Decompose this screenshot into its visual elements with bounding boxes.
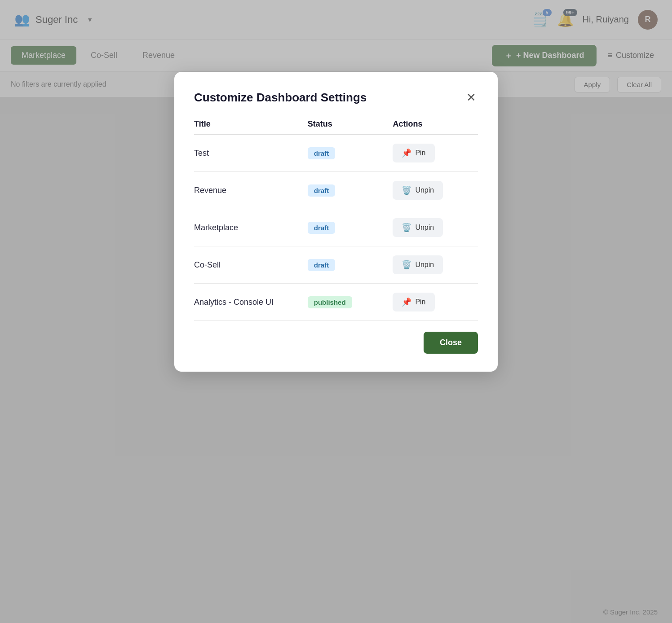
status-badge: draft [308,147,335,159]
pin-button[interactable]: 📌 Pin [393,293,434,312]
action-cell: 📌 Pin [393,144,478,162]
table-row: Revenue draft 🗑️ Unpin [194,172,478,209]
row-title: Analytics - Console UI [194,298,308,307]
table-row: Marketplace draft 🗑️ Unpin [194,209,478,246]
modal-title: Customize Dashboard Settings [194,91,367,105]
pin-icon: 📌 [402,148,411,158]
table-header: Title Status Actions [194,119,478,135]
action-cell: 🗑️ Unpin [393,181,478,200]
pin-label: Pin [415,298,425,306]
row-title: Test [194,149,308,158]
customize-dashboard-modal: Customize Dashboard Settings ✕ Title Sta… [174,72,498,372]
status-badge-draft: draft [308,222,393,234]
unpin-icon: 🗑️ [402,185,411,195]
row-title: Marketplace [194,223,308,233]
status-badge: draft [308,184,335,197]
pin-label: Pin [415,149,425,157]
row-title: Co-Sell [194,260,308,270]
row-title: Revenue [194,186,308,195]
status-badge-draft: draft [308,147,393,159]
table-row: Co-Sell draft 🗑️ Unpin [194,246,478,284]
status-badge: draft [308,222,335,234]
modal-footer: Close [194,332,478,354]
status-badge-draft: draft [308,184,393,197]
unpin-icon: 🗑️ [402,260,411,270]
status-badge: published [308,296,352,308]
unpin-label: Unpin [415,261,434,269]
unpin-button[interactable]: 🗑️ Unpin [393,218,443,237]
table-row: Analytics - Console UI published 📌 Pin [194,284,478,321]
unpin-button[interactable]: 🗑️ Unpin [393,255,443,274]
unpin-label: Unpin [415,224,434,232]
col-actions: Actions [393,119,478,129]
col-status: Status [308,119,393,129]
action-cell: 📌 Pin [393,293,478,312]
unpin-button[interactable]: 🗑️ Unpin [393,181,443,200]
close-modal-button[interactable]: Close [424,332,478,354]
modal-overlay: Customize Dashboard Settings ✕ Title Sta… [0,0,672,623]
action-cell: 🗑️ Unpin [393,218,478,237]
modal-header: Customize Dashboard Settings ✕ [194,90,478,105]
status-badge: draft [308,259,335,271]
pin-button[interactable]: 📌 Pin [393,144,434,162]
modal-close-icon-button[interactable]: ✕ [464,90,478,105]
col-title: Title [194,119,308,129]
pin-icon: 📌 [402,297,411,307]
unpin-icon: 🗑️ [402,223,411,233]
status-badge-draft: draft [308,259,393,271]
status-badge-published: published [308,296,393,308]
action-cell: 🗑️ Unpin [393,255,478,274]
table-row: Test draft 📌 Pin [194,135,478,172]
unpin-label: Unpin [415,186,434,194]
